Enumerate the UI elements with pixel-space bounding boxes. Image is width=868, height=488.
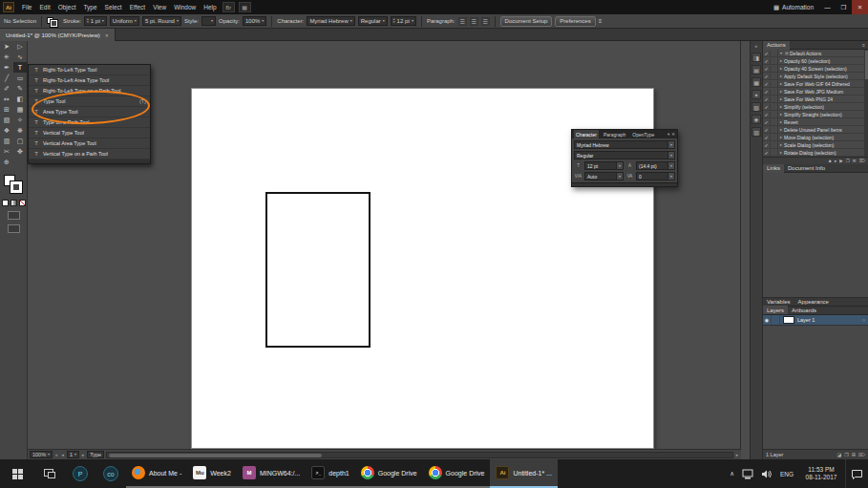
flyout-item-rtl-type[interactable]: T Right-To-Left Type Tool xyxy=(29,65,150,75)
lock-toggle-cell[interactable] xyxy=(772,315,780,325)
rectangle-tool[interactable]: ▭ xyxy=(13,73,27,83)
close-button[interactable]: ✕ xyxy=(852,0,868,14)
volume-icon[interactable] xyxy=(757,459,776,488)
font-style-dropdown[interactable]: Regular ▾ xyxy=(358,16,388,26)
taskbar-app-illustrator[interactable]: Ai Untitled-1* ... xyxy=(490,459,557,488)
toggle-check-icon[interactable]: ✓ xyxy=(763,142,771,148)
new-action-icon[interactable]: ⊞ xyxy=(853,159,857,163)
preferences-button[interactable]: Preferences xyxy=(555,16,595,27)
dialog-toggle-box[interactable] xyxy=(771,80,778,87)
panel-resize-grip[interactable] xyxy=(572,182,677,186)
play-icon[interactable]: ▶ xyxy=(839,159,842,163)
style-dropdown[interactable]: ▾ xyxy=(201,16,216,26)
magic-wand-tool[interactable]: ✳ xyxy=(0,52,13,62)
pinned-app-p[interactable]: P xyxy=(65,459,95,488)
opacity-field[interactable]: 100% ▾ xyxy=(243,16,266,26)
dialog-toggle-box[interactable] xyxy=(771,95,778,102)
align-center-icon[interactable]: ☰ xyxy=(470,17,478,26)
start-button[interactable] xyxy=(0,459,34,488)
flyout-item-type-tool[interactable]: T Type Tool (T) xyxy=(29,96,150,107)
char-tracking-field[interactable]: 0 ▾ xyxy=(636,172,675,180)
mesh-tool[interactable]: ▦ xyxy=(13,104,27,115)
menu-window[interactable]: Window xyxy=(170,0,200,14)
toggle-check-icon[interactable]: ✓ xyxy=(763,58,771,64)
toggle-check-icon[interactable]: ✓ xyxy=(763,89,771,95)
fill-stroke-swatch[interactable] xyxy=(47,16,60,27)
gradient-tool[interactable]: ▧ xyxy=(0,115,13,125)
taskbar-app-firefox[interactable]: About Me - xyxy=(126,459,187,488)
taskbar-app-mu[interactable]: Mu Week2 xyxy=(187,459,237,488)
gradient-mode-button[interactable] xyxy=(11,200,17,206)
action-row[interactable]: ✓▸Revert xyxy=(763,118,868,126)
screen-mode-button[interactable] xyxy=(8,224,20,233)
toggle-check-icon[interactable]: ✓ xyxy=(763,51,771,56)
action-row[interactable]: ✓▸Rotate Dialog (selection) xyxy=(763,149,868,157)
dialog-toggle-box[interactable] xyxy=(771,141,778,148)
pencil-tool[interactable]: ✎ xyxy=(13,83,27,94)
dock-panel-icon-4[interactable]: ✦ xyxy=(752,90,761,99)
dialog-toggle-box[interactable] xyxy=(771,126,778,133)
dialog-toggle-box[interactable] xyxy=(771,111,778,117)
toggle-check-icon[interactable]: ✓ xyxy=(763,104,771,110)
layer-thumbnail[interactable] xyxy=(783,316,794,324)
width-tool[interactable]: ↭ xyxy=(0,94,13,104)
action-row[interactable]: ✓▸Save For Web GIF 64 Dithered xyxy=(763,80,868,88)
tab-artboards[interactable]: Artboards xyxy=(788,306,820,314)
zoom-tool[interactable]: ⊕ xyxy=(0,157,13,167)
tab-document-info[interactable]: Document Info xyxy=(784,164,829,173)
chevron-down-icon[interactable]: ▾ xyxy=(616,162,623,169)
make-mask-icon[interactable]: ◪ xyxy=(837,452,842,457)
dialog-toggle-box[interactable] xyxy=(771,65,778,72)
taskbar-app-chrome-2[interactable]: Google Drive xyxy=(423,459,491,488)
stop-icon[interactable]: ■ xyxy=(829,159,832,163)
dock-panel-icon-1[interactable]: ◨ xyxy=(752,53,761,62)
toggle-check-icon[interactable]: ✓ xyxy=(763,150,771,156)
arrange-documents-icon[interactable]: ▦ xyxy=(239,2,251,12)
flyout-item-rtl-type-on-path[interactable]: T Right-To-Left Type on a Path Tool xyxy=(29,86,150,96)
dialog-toggle-box[interactable] xyxy=(771,50,778,56)
toggle-check-icon[interactable]: ✓ xyxy=(763,135,771,140)
horizontal-scrollbar[interactable] xyxy=(106,452,733,458)
hand-tool[interactable]: ✥ xyxy=(13,146,27,157)
clock[interactable]: 11:53 PM 08-11-2017 xyxy=(797,459,845,488)
toggle-check-icon[interactable]: ✓ xyxy=(763,81,771,87)
eyedropper-tool[interactable]: ✧ xyxy=(13,115,27,125)
action-row[interactable]: ✓▸Save For Web JPG Medium xyxy=(763,88,868,95)
blend-tool[interactable]: ❖ xyxy=(0,125,13,136)
menu-object[interactable]: Object xyxy=(54,0,80,14)
perspective-grid-tool[interactable]: ⊞ xyxy=(0,104,13,115)
toggle-check-icon[interactable]: ✓ xyxy=(763,112,771,117)
visibility-eye-icon[interactable]: ◉ xyxy=(763,315,772,325)
action-row[interactable]: ✓▸Scale Dialog (selection) xyxy=(763,141,868,149)
char-font-size-field[interactable]: 12 pt ▾ xyxy=(584,161,624,170)
dock-panel-icon-3[interactable]: ▦ xyxy=(752,77,761,87)
prev-artboard-icon[interactable]: ◂ xyxy=(61,453,65,457)
layer-name[interactable]: Layer 1 xyxy=(797,317,815,323)
none-mode-button[interactable] xyxy=(19,200,26,206)
taskbar-app-cmd[interactable]: >_ depth1 xyxy=(306,459,354,488)
new-layer-icon[interactable]: ⊞ xyxy=(852,452,856,457)
stroke-spinner[interactable]: ▴▾ xyxy=(87,18,89,24)
menu-select[interactable]: Select xyxy=(101,0,126,14)
toggle-check-icon[interactable]: ✓ xyxy=(763,119,771,125)
chevron-down-icon[interactable]: ▾ xyxy=(667,152,674,159)
dialog-toggle-box[interactable] xyxy=(771,118,778,125)
flyout-item-vertical-area-type[interactable]: T Vertical Area Type Tool xyxy=(29,138,150,149)
dock-panel-icon-5[interactable]: ▧ xyxy=(752,102,761,112)
minimize-button[interactable]: — xyxy=(819,0,836,14)
first-artboard-icon[interactable]: « xyxy=(54,453,59,457)
workspace-switcher[interactable]: ▦ Automation xyxy=(768,4,819,11)
action-row[interactable]: ✓▸Opacity 40 Screen (selection) xyxy=(763,65,868,73)
dialog-toggle-box[interactable] xyxy=(771,88,778,95)
tab-opentype[interactable]: OpenType xyxy=(630,130,656,138)
dock-panel-icon-6[interactable]: ❖ xyxy=(752,115,761,124)
slice-tool[interactable]: ✂ xyxy=(0,146,13,157)
stroke-weight-field[interactable]: ▴▾ 1 pt ▾ xyxy=(84,16,107,26)
tab-appearance[interactable]: Appearance xyxy=(794,297,833,306)
char-font-family-dropdown[interactable]: Myriad Hebrew ▾ xyxy=(574,140,675,149)
delete-icon[interactable]: ⌦ xyxy=(859,159,865,163)
flyout-item-vertical-type[interactable]: T Vertical Type Tool xyxy=(29,128,150,138)
tab-actions[interactable]: Actions xyxy=(763,41,790,50)
menu-view[interactable]: View xyxy=(149,0,170,14)
document-tab[interactable]: Untitled-1* @ 100% (CMYK/Preview) ✕ xyxy=(0,29,116,41)
